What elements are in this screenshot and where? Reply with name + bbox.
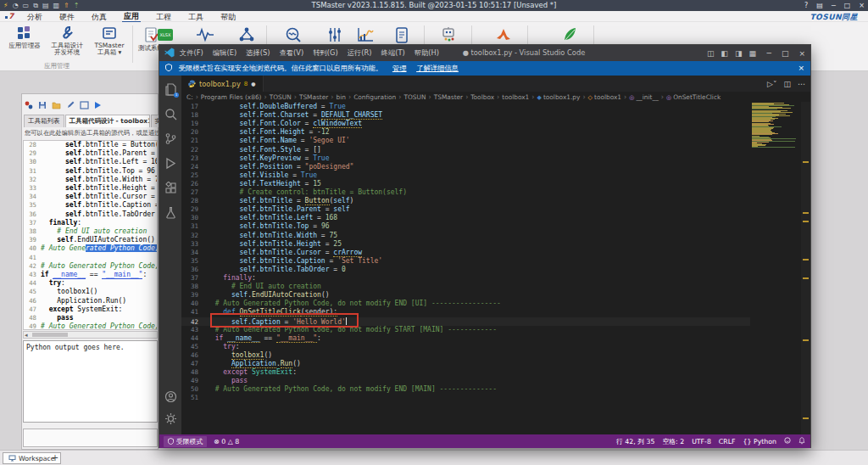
chart-button[interactable] <box>354 25 376 44</box>
scope-button[interactable] <box>282 25 304 44</box>
problems-item[interactable]: ⊗ 0 △ 8 <box>214 438 239 445</box>
breadcrumb-item[interactable]: toolbox1 <box>502 93 529 101</box>
split-editor-icon[interactable]: ◫ <box>783 80 791 88</box>
run-button[interactable]: ▷˅ <box>767 80 776 88</box>
breadcrumb-item[interactable]: Toolbox <box>470 93 494 101</box>
breadcrumb-item[interactable]: TOSUN <box>404 93 426 101</box>
window-control-1[interactable]: ▤ <box>816 2 823 9</box>
breadcrumb-item[interactable]: TSMaster <box>434 93 463 101</box>
layout-icon-0[interactable]: ◫ <box>707 49 715 58</box>
topology-icon <box>238 26 255 43</box>
horizontal-scrollbar[interactable]: ◂ <box>23 331 158 339</box>
window-control-2[interactable]: ─ <box>832 2 836 9</box>
close-icon[interactable]: × <box>798 49 805 58</box>
extensions-icon[interactable] <box>159 177 181 198</box>
bell-icon[interactable] <box>798 437 805 446</box>
left-tab-0[interactable]: 工具箱列表 <box>24 115 64 127</box>
breadcrumb-item[interactable]: ◎OnSetTitleClick <box>666 93 721 101</box>
marker-icon[interactable] <box>25 101 33 109</box>
code-editor[interactable]: 17 self.DoubleBuffered = True18 self.Fon… <box>181 102 750 434</box>
menu-tab-仿真[interactable]: 仿真 <box>90 12 108 22</box>
vscode-menu-文件(F)[interactable]: 文件(F) <box>180 48 203 58</box>
app-manager-button[interactable]: 应用管理器 <box>5 24 44 49</box>
scripting-button[interactable] <box>559 25 581 44</box>
minimap[interactable] <box>750 102 799 434</box>
search-icon[interactable] <box>159 104 181 124</box>
account-icon[interactable] <box>159 386 181 406</box>
menu-tab-工程[interactable]: 工程 <box>154 12 173 22</box>
vscode-menu-编辑(E)[interactable]: 编辑(E) <box>213 48 236 58</box>
feedback-icon[interactable] <box>784 437 791 445</box>
waveform-button[interactable] <box>194 25 216 44</box>
breadcrumb-item[interactable]: TSMaster <box>299 93 328 101</box>
more-actions-icon[interactable]: ⋯ <box>798 80 805 88</box>
status-item-3[interactable]: CRLF <box>719 438 736 445</box>
maximize-icon[interactable]: □ <box>782 49 789 58</box>
source-control-icon[interactable] <box>159 128 181 148</box>
excel-report-button[interactable]: XLSX <box>154 25 176 44</box>
tuning-button[interactable] <box>324 25 346 44</box>
automation-button[interactable] <box>437 25 459 44</box>
tab-toolbox1-py[interactable]: toolbox1.py 8 ● <box>181 76 264 92</box>
scrollbar-thumb[interactable] <box>32 333 68 337</box>
breadcrumb-item[interactable]: ◇toolbox1 <box>588 93 621 101</box>
status-item-0[interactable]: 行 42, 列 35 <box>616 437 654 446</box>
menu-tab-帮助[interactable]: 帮助 <box>219 12 237 22</box>
settings-gear-icon[interactable] <box>159 408 181 429</box>
layout-icon-2[interactable]: ◨ <box>735 49 743 58</box>
window-control-4[interactable]: × <box>859 2 865 9</box>
window-control-0[interactable]: ? <box>804 2 808 9</box>
debug-icon[interactable] <box>159 153 181 173</box>
breadcrumb-item[interactable]: bin <box>337 93 346 101</box>
vscode-menu-运行(R)[interactable]: 运行(R) <box>348 48 372 58</box>
form-icon[interactable] <box>80 101 89 109</box>
code-token: pass <box>231 377 248 384</box>
layout-icon-1[interactable]: ◧ <box>721 49 728 58</box>
breadcrumb-label: TSMaster <box>299 93 328 101</box>
code-line-47: 47 Application.Run() <box>181 360 750 368</box>
status-item-4[interactable]: {} Python <box>743 438 776 445</box>
code-token: = <box>281 318 292 326</box>
add-workspace-button[interactable]: + <box>49 452 61 464</box>
code-token: 96 <box>321 222 330 230</box>
edit-icon[interactable] <box>66 101 75 109</box>
overview-ruler[interactable] <box>801 102 810 434</box>
toolbox-design-button[interactable]: 工具箱设计 开发环境 <box>46 24 88 56</box>
status-item-2[interactable]: UTF-8 <box>692 438 711 445</box>
menu-tab-工具[interactable]: 工具 <box>186 12 205 22</box>
topology-button[interactable] <box>236 25 258 44</box>
menu-tab-分析[interactable]: 分析 <box>25 12 44 22</box>
menu-tab-应用[interactable]: 应用 <box>122 11 141 23</box>
breadcrumb-item[interactable]: ◎__init__ <box>629 93 659 101</box>
vscode-menu-选择(S)[interactable]: 选择(S) <box>246 48 270 58</box>
banner-close-icon[interactable]: × <box>798 61 804 76</box>
breadcrumb-item[interactable]: Configuration <box>353 93 396 101</box>
test-beaker-icon[interactable] <box>159 202 181 222</box>
run-icon[interactable] <box>94 101 102 109</box>
breadcrumb-item[interactable]: C: <box>186 93 193 101</box>
minimize-icon[interactable]: ─ <box>767 49 771 58</box>
banner-manage-link[interactable]: 管理 <box>392 64 407 72</box>
python-output-box[interactable]: Python output goes here. <box>23 340 158 423</box>
document-button[interactable] <box>391 25 413 44</box>
code-token: : <box>142 271 147 278</box>
breadcrumb-item[interactable]: ◆toolbox1.py <box>537 93 581 101</box>
window-control-3[interactable]: □ <box>844 2 851 9</box>
tsmaster-toolbox-button[interactable]: TSMaster 工具箱 ▾ <box>90 24 129 56</box>
breadcrumb-item[interactable]: Program Files (x86) <box>201 93 262 101</box>
toolbox-code-editor[interactable]: 28 self.btnTitle = Button(self)29 self.b… <box>23 140 158 330</box>
restricted-mode-item[interactable]: 受限模式 <box>164 436 207 447</box>
explorer-icon[interactable]: 1 <box>159 79 181 99</box>
vscode-menu-终端(T)[interactable]: 终端(T) <box>381 48 405 58</box>
layout-icon-3[interactable]: ▦ <box>748 49 756 58</box>
matlab-button[interactable] <box>492 25 515 44</box>
vscode-menu-查看(V)[interactable]: 查看(V) <box>280 48 304 58</box>
menu-tab-硬件[interactable]: 硬件 <box>58 12 76 22</box>
left-tab-1[interactable]: 工具箱代码设计 - toolbox1 <box>65 115 150 127</box>
save-icon[interactable] <box>38 101 47 109</box>
open-folder-icon[interactable] <box>52 101 61 109</box>
status-item-1[interactable]: 空格: 2 <box>662 437 684 446</box>
banner-learn-more-link[interactable]: 了解详细信息 <box>416 64 459 72</box>
breadcrumb-item[interactable]: TOSUN <box>270 93 292 101</box>
vscode-menu-转到(G)[interactable]: 转到(G) <box>313 48 338 58</box>
